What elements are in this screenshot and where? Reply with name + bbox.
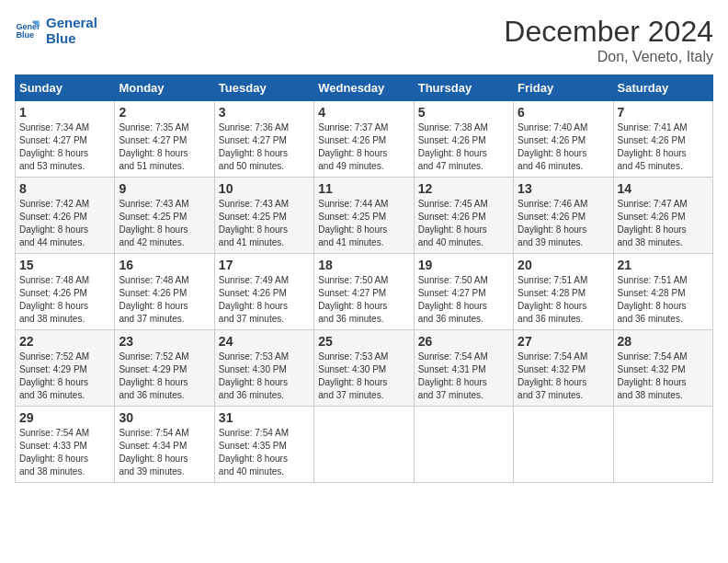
- calendar-header-saturday: Saturday: [613, 75, 712, 101]
- calendar-week-row: 22 Sunrise: 7:52 AM Sunset: 4:29 PM Dayl…: [16, 330, 713, 407]
- calendar-cell: 3 Sunrise: 7:36 AM Sunset: 4:27 PM Dayli…: [214, 101, 313, 178]
- calendar-cell: 29 Sunrise: 7:54 AM Sunset: 4:33 PM Dayl…: [16, 407, 115, 483]
- day-info: Sunrise: 7:49 AM Sunset: 4:26 PM Dayligh…: [219, 274, 310, 326]
- logo-icon: General Blue: [15, 17, 40, 43]
- calendar-cell: 22 Sunrise: 7:52 AM Sunset: 4:29 PM Dayl…: [16, 330, 115, 407]
- day-number: 8: [19, 181, 110, 196]
- title-block: December 2024 Don, Veneto, Italy: [504, 15, 713, 65]
- day-number: 29: [19, 410, 110, 425]
- calendar-cell: 11 Sunrise: 7:44 AM Sunset: 4:25 PM Dayl…: [314, 178, 414, 254]
- day-number: 11: [318, 181, 409, 196]
- day-info: Sunrise: 7:35 AM Sunset: 4:27 PM Dayligh…: [119, 121, 210, 173]
- day-number: 2: [119, 105, 210, 120]
- day-number: 10: [219, 181, 310, 196]
- day-number: 1: [19, 105, 110, 120]
- calendar-header-sunday: Sunday: [16, 75, 115, 101]
- calendar-cell: 2 Sunrise: 7:35 AM Sunset: 4:27 PM Dayli…: [115, 101, 214, 178]
- day-info: Sunrise: 7:43 AM Sunset: 4:25 PM Dayligh…: [119, 198, 210, 249]
- day-info: Sunrise: 7:54 AM Sunset: 4:35 PM Dayligh…: [219, 427, 310, 478]
- calendar-cell: [314, 407, 414, 483]
- calendar-week-row: 15 Sunrise: 7:48 AM Sunset: 4:26 PM Dayl…: [16, 254, 713, 330]
- page-header: General Blue General Blue December 2024 …: [15, 15, 713, 65]
- day-number: 18: [318, 258, 409, 272]
- day-info: Sunrise: 7:54 AM Sunset: 4:33 PM Dayligh…: [19, 427, 110, 478]
- calendar-cell: 10 Sunrise: 7:43 AM Sunset: 4:25 PM Dayl…: [214, 178, 313, 254]
- logo: General Blue General Blue: [15, 15, 97, 46]
- calendar-cell: 26 Sunrise: 7:54 AM Sunset: 4:31 PM Dayl…: [414, 330, 513, 407]
- day-number: 9: [119, 181, 210, 196]
- day-info: Sunrise: 7:46 AM Sunset: 4:26 PM Dayligh…: [518, 198, 609, 249]
- page-subtitle: Don, Veneto, Italy: [504, 49, 713, 65]
- day-number: 31: [219, 410, 310, 425]
- calendar-cell: 16 Sunrise: 7:48 AM Sunset: 4:26 PM Dayl…: [115, 254, 214, 330]
- calendar-table: SundayMondayTuesdayWednesdayThursdayFrid…: [15, 75, 713, 483]
- calendar-cell: 1 Sunrise: 7:34 AM Sunset: 4:27 PM Dayli…: [16, 101, 115, 178]
- day-number: 22: [19, 334, 110, 349]
- calendar-week-row: 29 Sunrise: 7:54 AM Sunset: 4:33 PM Dayl…: [16, 407, 713, 483]
- calendar-header-tuesday: Tuesday: [214, 75, 313, 101]
- day-number: 5: [418, 105, 509, 120]
- calendar-cell: 6 Sunrise: 7:40 AM Sunset: 4:26 PM Dayli…: [514, 101, 613, 178]
- day-number: 24: [219, 334, 310, 349]
- day-number: 15: [19, 258, 110, 272]
- logo-text-blue: Blue: [46, 30, 97, 46]
- day-number: 16: [119, 258, 210, 272]
- calendar-cell: 8 Sunrise: 7:42 AM Sunset: 4:26 PM Dayli…: [16, 178, 115, 254]
- day-number: 27: [518, 334, 609, 349]
- calendar-cell: 12 Sunrise: 7:45 AM Sunset: 4:26 PM Dayl…: [414, 178, 513, 254]
- logo-text-general: General: [46, 15, 97, 30]
- day-info: Sunrise: 7:54 AM Sunset: 4:32 PM Dayligh…: [618, 350, 709, 402]
- day-info: Sunrise: 7:34 AM Sunset: 4:27 PM Dayligh…: [19, 121, 110, 173]
- calendar-cell: 18 Sunrise: 7:50 AM Sunset: 4:27 PM Dayl…: [314, 254, 414, 330]
- day-number: 20: [518, 258, 609, 272]
- calendar-cell: 31 Sunrise: 7:54 AM Sunset: 4:35 PM Dayl…: [214, 407, 313, 483]
- calendar-cell: 28 Sunrise: 7:54 AM Sunset: 4:32 PM Dayl…: [613, 330, 712, 407]
- svg-text:Blue: Blue: [16, 30, 34, 40]
- day-info: Sunrise: 7:54 AM Sunset: 4:34 PM Dayligh…: [119, 427, 210, 478]
- day-number: 19: [418, 258, 509, 272]
- day-number: 23: [119, 334, 210, 349]
- calendar-cell: 27 Sunrise: 7:54 AM Sunset: 4:32 PM Dayl…: [514, 330, 613, 407]
- day-info: Sunrise: 7:48 AM Sunset: 4:26 PM Dayligh…: [119, 274, 210, 326]
- calendar-cell: [514, 407, 613, 483]
- day-info: Sunrise: 7:41 AM Sunset: 4:26 PM Dayligh…: [618, 121, 709, 173]
- day-info: Sunrise: 7:52 AM Sunset: 4:29 PM Dayligh…: [119, 350, 210, 402]
- day-info: Sunrise: 7:54 AM Sunset: 4:31 PM Dayligh…: [418, 350, 509, 402]
- day-info: Sunrise: 7:38 AM Sunset: 4:26 PM Dayligh…: [418, 121, 509, 173]
- day-info: Sunrise: 7:53 AM Sunset: 4:30 PM Dayligh…: [219, 350, 310, 402]
- day-number: 4: [318, 105, 409, 120]
- day-number: 30: [119, 410, 210, 425]
- calendar-cell: [613, 407, 712, 483]
- day-number: 21: [618, 258, 709, 272]
- calendar-cell: 5 Sunrise: 7:38 AM Sunset: 4:26 PM Dayli…: [414, 101, 513, 178]
- calendar-header-monday: Monday: [115, 75, 214, 101]
- day-info: Sunrise: 7:44 AM Sunset: 4:25 PM Dayligh…: [318, 198, 409, 249]
- calendar-header-wednesday: Wednesday: [314, 75, 414, 101]
- day-number: 7: [618, 105, 709, 120]
- day-number: 14: [618, 181, 709, 196]
- day-info: Sunrise: 7:37 AM Sunset: 4:26 PM Dayligh…: [318, 121, 409, 173]
- day-info: Sunrise: 7:36 AM Sunset: 4:27 PM Dayligh…: [219, 121, 310, 173]
- day-info: Sunrise: 7:51 AM Sunset: 4:28 PM Dayligh…: [518, 274, 609, 326]
- calendar-cell: 13 Sunrise: 7:46 AM Sunset: 4:26 PM Dayl…: [514, 178, 613, 254]
- day-info: Sunrise: 7:45 AM Sunset: 4:26 PM Dayligh…: [418, 198, 509, 249]
- day-info: Sunrise: 7:52 AM Sunset: 4:29 PM Dayligh…: [19, 350, 110, 402]
- day-info: Sunrise: 7:47 AM Sunset: 4:26 PM Dayligh…: [618, 198, 709, 249]
- day-number: 3: [219, 105, 310, 120]
- calendar-cell: [414, 407, 513, 483]
- calendar-cell: 19 Sunrise: 7:50 AM Sunset: 4:27 PM Dayl…: [414, 254, 513, 330]
- day-info: Sunrise: 7:43 AM Sunset: 4:25 PM Dayligh…: [219, 198, 310, 249]
- day-number: 17: [219, 258, 310, 272]
- calendar-cell: 24 Sunrise: 7:53 AM Sunset: 4:30 PM Dayl…: [214, 330, 313, 407]
- page-title: December 2024: [504, 15, 713, 49]
- day-info: Sunrise: 7:40 AM Sunset: 4:26 PM Dayligh…: [518, 121, 609, 173]
- day-info: Sunrise: 7:54 AM Sunset: 4:32 PM Dayligh…: [518, 350, 609, 402]
- calendar-header-friday: Friday: [514, 75, 613, 101]
- day-number: 28: [618, 334, 709, 349]
- calendar-cell: 21 Sunrise: 7:51 AM Sunset: 4:28 PM Dayl…: [613, 254, 712, 330]
- day-number: 25: [318, 334, 409, 349]
- calendar-cell: 15 Sunrise: 7:48 AM Sunset: 4:26 PM Dayl…: [16, 254, 115, 330]
- day-info: Sunrise: 7:42 AM Sunset: 4:26 PM Dayligh…: [19, 198, 110, 249]
- calendar-week-row: 1 Sunrise: 7:34 AM Sunset: 4:27 PM Dayli…: [16, 101, 713, 178]
- day-info: Sunrise: 7:53 AM Sunset: 4:30 PM Dayligh…: [318, 350, 409, 402]
